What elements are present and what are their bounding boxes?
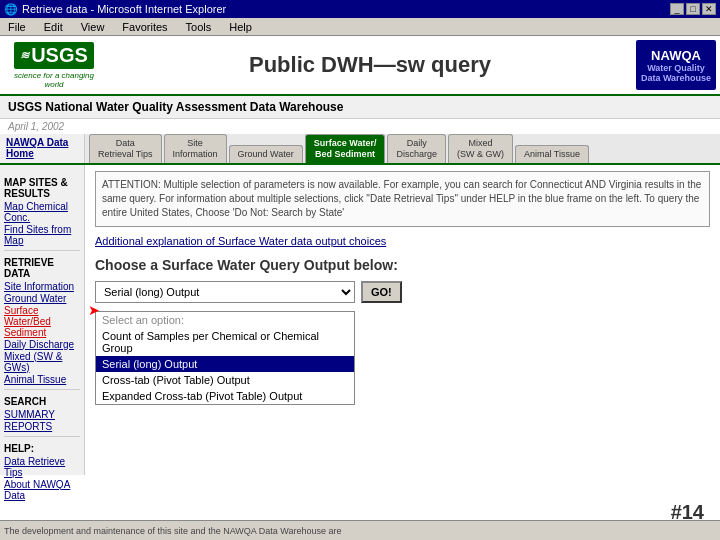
title-bar-buttons: _ □ ✕	[670, 3, 716, 15]
opt-header[interactable]: Select an option:	[96, 312, 354, 328]
sidebar-daily-discharge[interactable]: Daily Discharge	[4, 339, 80, 350]
menu-edit[interactable]: Edit	[40, 21, 67, 33]
query-title: Choose a Surface Water Query Output belo…	[95, 257, 710, 273]
output-select[interactable]: Select an option: Count of Samples per C…	[95, 281, 355, 303]
footer: The development and maintenance of this …	[0, 520, 720, 540]
tab-site-info[interactable]: SiteInformation	[164, 134, 227, 163]
nawqa-subtitle2: Data Warehouse	[641, 73, 711, 83]
menu-help[interactable]: Help	[225, 21, 256, 33]
page-title: Public DWH—sw query	[104, 52, 636, 78]
sidebar-mixed[interactable]: Mixed (SW & GWs)	[4, 351, 80, 373]
tab-ground-water[interactable]: Ground Water	[229, 145, 303, 163]
sidebar-summary[interactable]: SUMMARY	[4, 409, 80, 420]
additional-explanation-link[interactable]: Additional explanation of Surface Water …	[95, 235, 710, 247]
go-button[interactable]: GO!	[361, 281, 402, 303]
tab-surface-water[interactable]: Surface Water/Bed Sediment	[305, 134, 386, 163]
menu-tools[interactable]: Tools	[182, 21, 216, 33]
content-area: ATTENTION: Multiple selection of paramet…	[85, 165, 720, 475]
sidebar-section-search: SEARCH	[4, 396, 80, 407]
nawqa-logo: NAWQA Water Quality Data Warehouse	[636, 40, 716, 90]
main-layout: MAP SITES & RESULTS Map Chemical Conc. F…	[0, 165, 720, 475]
minimize-button[interactable]: _	[670, 3, 684, 15]
opt-crosstab[interactable]: Cross-tab (Pivot Table) Output	[96, 372, 354, 388]
site-title: USGS National Water Quality Assessment D…	[0, 96, 720, 119]
tab-daily-discharge[interactable]: DailyDischarge	[387, 134, 446, 163]
tab-animal-tissue[interactable]: Animal Tissue	[515, 145, 589, 163]
dropdown-row: Select an option: Count of Samples per C…	[95, 281, 710, 303]
sidebar-site-info[interactable]: Site Information	[4, 281, 80, 292]
opt-expanded[interactable]: Expanded Cross-tab (Pivot Table) Output	[96, 388, 354, 404]
red-arrow-indicator: ➤	[88, 302, 100, 318]
sidebar-section-help: HELP:	[4, 443, 80, 454]
title-bar-left: 🌐 Retrieve data - Microsoft Internet Exp…	[4, 3, 226, 16]
sidebar-sep3	[4, 436, 80, 437]
menu-bar: File Edit View Favorites Tools Help	[0, 18, 720, 36]
sidebar-surface-water[interactable]: Surface Water/Bed Sediment	[4, 305, 80, 338]
sidebar-data-tips[interactable]: Data Retrieve Tips	[4, 456, 80, 478]
nawqa-subtitle: Water Quality	[647, 63, 705, 73]
sidebar-section-map: MAP SITES & RESULTS	[4, 177, 80, 199]
sidebar-about-nawqa[interactable]: About NAWQA Data	[4, 479, 80, 501]
info-text: ATTENTION: Multiple selection of paramet…	[102, 179, 701, 218]
sidebar-reports[interactable]: REPORTS	[4, 421, 80, 432]
sidebar-section-retrieve: RETRIEVE DATA	[4, 257, 80, 279]
sidebar-map-chem[interactable]: Map Chemical Conc.	[4, 201, 80, 223]
usgs-tagline: science for a changing world	[4, 71, 104, 89]
opt-serial[interactable]: Serial (long) Output	[96, 356, 354, 372]
opt-count[interactable]: Count of Samples per Chemical or Chemica…	[96, 328, 354, 356]
sidebar-sep1	[4, 250, 80, 251]
footer-text: The development and maintenance of this …	[4, 526, 342, 536]
usgs-logo-box: ≋ USGS	[14, 42, 94, 69]
browser-icon: 🌐	[4, 3, 18, 16]
sidebar-ground-water[interactable]: Ground Water	[4, 293, 80, 304]
nawqa-name: NAWQA	[651, 48, 701, 63]
tab-mixed[interactable]: Mixed(SW & GW)	[448, 134, 513, 163]
date-line: April 1, 2002	[0, 119, 720, 134]
maximize-button[interactable]: □	[686, 3, 700, 15]
sidebar-animal-tissue[interactable]: Animal Tissue	[4, 374, 80, 385]
header: ≋ USGS science for a changing world Publ…	[0, 36, 720, 96]
title-bar-text: Retrieve data - Microsoft Internet Explo…	[22, 3, 226, 15]
menu-favorites[interactable]: Favorites	[118, 21, 171, 33]
close-button[interactable]: ✕	[702, 3, 716, 15]
usgs-logo: ≋ USGS science for a changing world	[4, 40, 104, 90]
menu-view[interactable]: View	[77, 21, 109, 33]
nawqa-data-home-link[interactable]: NAWQA Data Home	[6, 137, 84, 159]
title-bar: 🌐 Retrieve data - Microsoft Internet Exp…	[0, 0, 720, 18]
sidebar-sep2	[4, 389, 80, 390]
options-list: Select an option: Count of Samples per C…	[95, 311, 355, 405]
info-box: ATTENTION: Multiple selection of paramet…	[95, 171, 710, 227]
sidebar-find-sites[interactable]: Find Sites from Map	[4, 224, 80, 246]
menu-file[interactable]: File	[4, 21, 30, 33]
sidebar: MAP SITES & RESULTS Map Chemical Conc. F…	[0, 165, 85, 475]
tab-data-retrieval[interactable]: DataRetrieval Tips	[89, 134, 162, 163]
